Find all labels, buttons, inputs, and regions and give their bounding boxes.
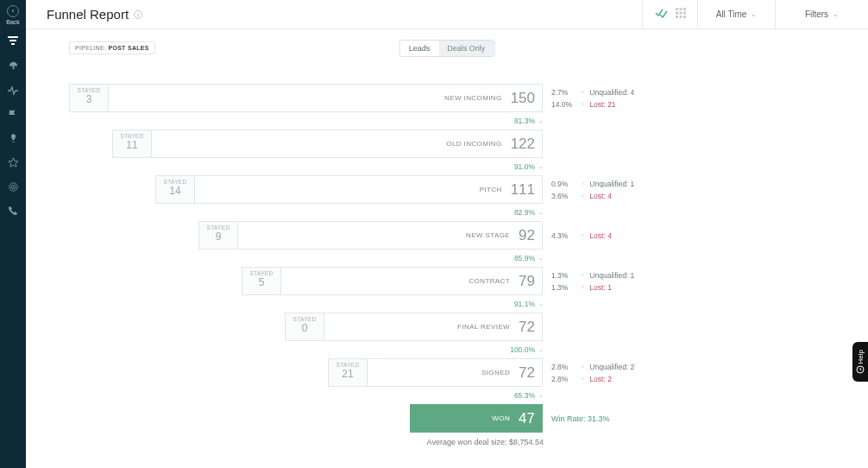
toggle-deals[interactable]: Deals Only — [438, 41, 494, 56]
chevron-down-icon: ⌄ — [538, 392, 544, 399]
lost-metric[interactable]: 4.3%›Lost: 4 — [551, 231, 612, 240]
back-label: Back — [6, 19, 20, 25]
chevron-down-icon: ⌄ — [538, 163, 544, 170]
svg-rect-15 — [683, 16, 686, 18]
svg-rect-0 — [8, 36, 18, 38]
stage-count: 72 — [519, 319, 535, 336]
chevron-right-icon: › — [582, 101, 583, 107]
stage-bar[interactable]: WON47 — [410, 404, 543, 433]
stage-metrics: 2.7%›Unqualified: 414.0%›Lost: 21 — [551, 84, 634, 112]
conversion-rate[interactable]: 100.0%⌄ — [69, 341, 544, 358]
stage-label: NEW STAGE — [466, 231, 510, 239]
stage-bar[interactable]: SIGNED72 — [367, 358, 543, 387]
time-range-dropdown[interactable]: All Time ⌄ — [697, 0, 775, 28]
chevron-down-icon: ⌄ — [538, 255, 544, 262]
nav-phone-icon[interactable] — [6, 206, 20, 218]
unqualified-metric[interactable]: 0.9%›Unqualified: 1 — [551, 180, 634, 188]
chevron-right-icon: › — [582, 89, 583, 95]
stayed-box: STAYED14 — [155, 175, 195, 204]
nav-funnel-icon[interactable] — [6, 35, 20, 50]
stage-count: 111 — [511, 181, 535, 199]
stage-label: NEW INCOMING — [444, 94, 502, 102]
pipeline-chip[interactable]: PIPELINE: POST SALES — [69, 41, 155, 54]
help-tab[interactable]: Help — [852, 342, 868, 382]
chevron-down-icon: ⌄ — [538, 209, 544, 216]
stage-count: 122 — [511, 136, 535, 153]
funnel-stage: STAYED5CONTRACT791.3%›Unqualified: 11.3%… — [69, 267, 847, 295]
chevron-down-icon: ⌄ — [833, 10, 839, 18]
stage-label: PITCH — [480, 186, 502, 193]
chevron-down-icon: ⌄ — [538, 300, 544, 307]
lost-metric[interactable]: 2.8%›Lost: 2 — [551, 375, 634, 383]
svg-rect-8 — [679, 8, 682, 10]
stage-metrics: 2.8%›Unqualified: 22.8%›Lost: 2 — [551, 358, 634, 387]
funnel-stage: STAYED3NEW INCOMING1502.7%›Unqualified: … — [69, 84, 847, 112]
grid-view-icon[interactable] — [676, 8, 686, 21]
nav-idea-icon[interactable] — [6, 133, 20, 147]
chevron-down-icon: ⌄ — [538, 117, 544, 124]
svg-rect-13 — [676, 16, 678, 18]
stayed-box: STAYED3 — [69, 84, 109, 112]
stage-bar[interactable]: CONTRACT79 — [280, 267, 543, 295]
chart-view-icon[interactable] — [655, 8, 669, 21]
chevron-right-icon: › — [582, 232, 583, 238]
funnel-stage: STAYED11OLD INCOMING122 — [69, 130, 847, 158]
svg-rect-1 — [9, 40, 16, 41]
help-clock-icon — [856, 365, 865, 374]
lost-metric[interactable]: 1.3%›Lost: 1 — [551, 283, 634, 292]
svg-rect-11 — [679, 12, 682, 15]
chevron-right-icon: › — [582, 193, 583, 199]
stage-bar[interactable]: NEW INCOMING150 — [108, 84, 543, 112]
stayed-box: STAYED21 — [328, 358, 368, 387]
conversion-rate[interactable]: 81.3%⌄ — [69, 112, 544, 130]
conversion-rate[interactable]: 82.9%⌄ — [69, 204, 544, 221]
chevron-down-icon: ⌄ — [751, 10, 757, 18]
funnel-stage: STAYED21SIGNED722.8%›Unqualified: 22.8%›… — [69, 358, 847, 387]
stage-metrics: Win Rate: 31.3% — [551, 404, 610, 433]
info-icon[interactable]: i — [134, 10, 142, 19]
conversion-rate[interactable]: 85.9%⌄ — [69, 250, 544, 267]
nav-star-icon[interactable] — [6, 157, 20, 171]
stage-label: CONTRACT — [469, 277, 510, 285]
stage-label: OLD INCOMING — [446, 140, 501, 148]
funnel-stage: STAYED14PITCH1110.9%›Unqualified: 13.6%›… — [69, 175, 847, 204]
unqualified-metric[interactable]: 2.8%›Unqualified: 2 — [551, 363, 634, 371]
stayed-box: STAYED5 — [242, 267, 281, 295]
chevron-down-icon: ⌄ — [538, 346, 544, 353]
stage-bar[interactable]: PITCH111 — [194, 175, 543, 204]
nav-flag-icon[interactable] — [6, 110, 20, 123]
svg-rect-3 — [12, 66, 14, 70]
toggle-leads[interactable]: Leads — [400, 41, 439, 56]
stage-bar[interactable]: NEW STAGE92 — [237, 221, 543, 250]
conversion-rate[interactable]: 65.3%⌄ — [69, 387, 544, 404]
chevron-right-icon: › — [582, 272, 583, 278]
stage-bar[interactable]: FINAL REVIEW72 — [324, 313, 543, 341]
funnel-stage: STAYED9NEW STAGE924.3%›Lost: 4 — [69, 221, 847, 250]
svg-rect-12 — [683, 12, 686, 15]
lost-metric[interactable]: 14.0%›Lost: 21 — [551, 100, 634, 109]
stage-count: 47 — [519, 410, 535, 427]
conversion-rate[interactable]: 91.0%⌄ — [69, 158, 544, 175]
back-button[interactable]: ‹ Back — [6, 5, 20, 25]
unqualified-metric[interactable]: 2.7%›Unqualified: 4 — [551, 88, 634, 97]
funnel-chart: STAYED3NEW INCOMING1502.7%›Unqualified: … — [69, 84, 847, 433]
funnel-stage: WON47Win Rate: 31.3% — [69, 404, 847, 433]
filters-dropdown[interactable]: Filters ⌄ — [775, 0, 868, 28]
nav-dashboard-icon[interactable] — [6, 60, 20, 74]
svg-rect-10 — [676, 12, 678, 15]
stage-count: 72 — [519, 364, 535, 382]
conversion-rate[interactable]: 91.1%⌄ — [69, 295, 544, 313]
time-range-label: All Time — [716, 9, 747, 19]
stage-label: FINAL REVIEW — [457, 323, 510, 331]
svg-point-6 — [12, 187, 13, 187]
lost-metric[interactable]: 3.6%›Lost: 4 — [551, 192, 634, 200]
top-bar: Funnel Report i All Time ⌄ Filters ⌄ — [26, 0, 868, 29]
page-title: Funnel Report — [47, 7, 129, 22]
avg-deal-size: Average won deal size: $8,754.54 — [69, 438, 544, 446]
chevron-right-icon: › — [582, 364, 583, 370]
stage-metrics: 1.3%›Unqualified: 11.3%›Lost: 1 — [551, 267, 634, 295]
unqualified-metric[interactable]: 1.3%›Unqualified: 1 — [551, 271, 634, 280]
nav-activity-icon[interactable] — [6, 85, 20, 99]
nav-target-icon[interactable] — [6, 181, 20, 195]
stage-bar[interactable]: OLD INCOMING122 — [151, 130, 543, 158]
